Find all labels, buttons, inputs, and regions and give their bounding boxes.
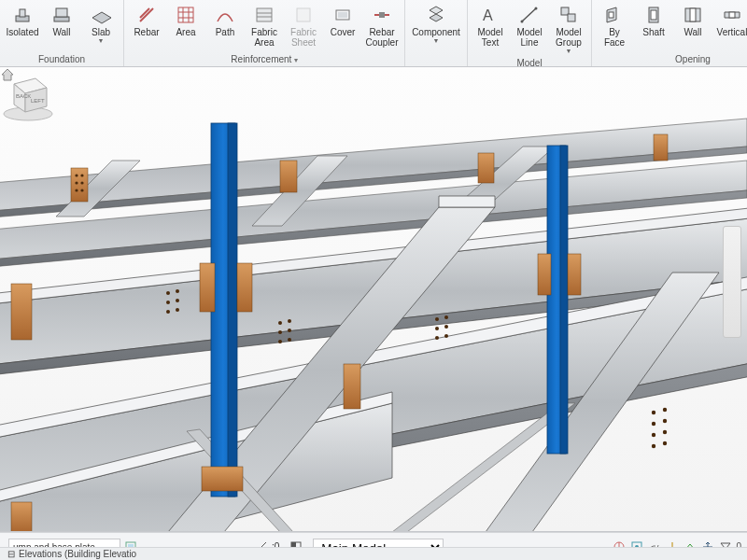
svg-point-98	[288, 338, 291, 342]
svg-rect-32	[729, 12, 735, 18]
svg-rect-1	[20, 9, 25, 17]
ribbon-group-foundation: Isolated Wall Slab ▼ Foundation	[0, 0, 124, 66]
label: Rebar Coupler	[365, 27, 399, 48]
tool-model-group[interactable]: Model Group ▼	[550, 2, 587, 57]
wall-foundation-icon	[51, 5, 72, 25]
tool-vertical[interactable]: Vertical	[713, 2, 747, 40]
ribbon-group-opening: By Face Shaft Wall Vertical Dormer Openi…	[592, 0, 747, 66]
svg-point-96	[288, 329, 291, 332]
model-group-icon	[558, 5, 579, 25]
svg-point-102	[663, 419, 667, 423]
browser-node-label: Elevations (Building Elevatio	[19, 549, 136, 559]
label: Cover	[331, 27, 356, 37]
svg-point-111	[435, 336, 439, 340]
svg-rect-28	[651, 10, 656, 20]
tool-shaft[interactable]: Shaft	[635, 2, 672, 40]
model-text-icon: A	[480, 5, 500, 25]
tool-area[interactable]: Area	[167, 2, 204, 40]
svg-point-112	[444, 334, 448, 338]
svg-point-88	[176, 289, 179, 293]
vertical-opening-icon	[722, 5, 742, 25]
svg-point-93	[278, 321, 282, 325]
dropdown-icon: ▼	[566, 48, 572, 54]
slab-icon	[91, 5, 111, 25]
svg-marker-19	[430, 7, 443, 14]
svg-rect-73	[200, 263, 215, 312]
viewcube-face-label: LEFT	[31, 98, 45, 104]
group-label[interactable]: Reinforcement	[128, 53, 401, 66]
navigation-bar[interactable]	[723, 226, 741, 338]
status-bar: umn and base plate :0 Main Model 0 ⊟ Ele…	[0, 532, 747, 560]
tool-slab[interactable]: Slab ▼	[82, 2, 120, 47]
svg-point-99	[652, 411, 655, 414]
label: Rebar	[134, 27, 159, 37]
fabric-sheet-icon	[293, 5, 314, 25]
svg-point-108	[444, 315, 448, 319]
fabric-area-icon	[254, 5, 275, 25]
svg-rect-66	[228, 123, 237, 497]
tool-wall-foundation[interactable]: Wall	[43, 2, 80, 40]
svg-point-100	[663, 408, 667, 412]
svg-point-21	[521, 21, 524, 23]
model-line-icon	[519, 5, 540, 25]
tool-model-text[interactable]: A Model Text	[472, 2, 509, 50]
tool-fabric-area[interactable]: Fabric Area	[246, 2, 283, 50]
svg-point-94	[288, 319, 291, 323]
tool-by-face[interactable]: By Face	[596, 2, 633, 50]
label: Model Group	[552, 27, 585, 48]
dropdown-icon: ▼	[98, 37, 105, 44]
view-cube[interactable]: BACK LEFT	[0, 67, 56, 123]
label: Model Line	[513, 27, 546, 48]
tool-isolated[interactable]: Isolated	[4, 2, 41, 40]
svg-point-85	[75, 189, 78, 191]
svg-point-107	[435, 317, 439, 321]
svg-point-97	[278, 340, 282, 343]
svg-rect-77	[568, 254, 581, 295]
isolated-footing-icon	[12, 5, 33, 25]
coupler-icon	[372, 5, 392, 25]
tool-cover[interactable]: Cover	[324, 2, 361, 40]
svg-point-104	[663, 430, 667, 434]
tool-wall-opening[interactable]: Wall	[674, 2, 712, 40]
svg-point-84	[80, 181, 83, 184]
tool-rebar-coupler[interactable]: Rebar Coupler	[363, 2, 401, 50]
component-icon	[426, 5, 446, 25]
label: Isolated	[6, 27, 38, 37]
tool-path[interactable]: Path	[206, 2, 244, 40]
svg-rect-68	[560, 146, 568, 454]
svg-point-22	[535, 7, 538, 10]
svg-rect-10	[257, 8, 272, 21]
svg-rect-70	[280, 161, 297, 192]
ribbon: Isolated Wall Slab ▼ Foundation Rebar Ar…	[0, 0, 747, 67]
project-browser-strip[interactable]: ⊟ Elevations (Building Elevatio	[0, 547, 747, 560]
cover-icon	[332, 5, 353, 25]
svg-rect-80	[344, 364, 360, 409]
path-rebar-icon	[215, 5, 235, 25]
label: Fabric Sheet	[287, 27, 320, 48]
svg-point-92	[176, 308, 179, 312]
tool-fabric-sheet: Fabric Sheet	[285, 2, 322, 50]
wall-opening-icon	[683, 5, 703, 25]
viewport-3d[interactable]: BACK LEFT	[0, 67, 747, 532]
svg-rect-13	[297, 8, 310, 21]
svg-rect-3	[56, 8, 67, 17]
svg-point-82	[80, 174, 83, 176]
svg-rect-78	[11, 284, 32, 340]
svg-text:A: A	[483, 7, 493, 23]
svg-point-83	[75, 181, 78, 184]
tool-component[interactable]: Component ▼	[409, 2, 463, 47]
svg-rect-17	[379, 12, 385, 18]
shaft-icon	[643, 5, 664, 25]
label: Vertical	[717, 27, 747, 37]
svg-point-87	[166, 291, 170, 295]
ribbon-group-component: Component ▼	[405, 0, 468, 66]
svg-point-106	[663, 441, 667, 445]
label: Wall	[684, 27, 701, 37]
svg-rect-26	[609, 12, 613, 18]
svg-marker-4	[92, 12, 111, 23]
svg-rect-15	[338, 12, 347, 18]
label: Area	[176, 27, 195, 37]
ribbon-group-reinforcement: Rebar Area Path Fabric Area Fabric Sheet…	[124, 0, 405, 66]
tool-rebar[interactable]: Rebar	[128, 2, 165, 40]
tool-model-line[interactable]: Model Line	[511, 2, 548, 50]
